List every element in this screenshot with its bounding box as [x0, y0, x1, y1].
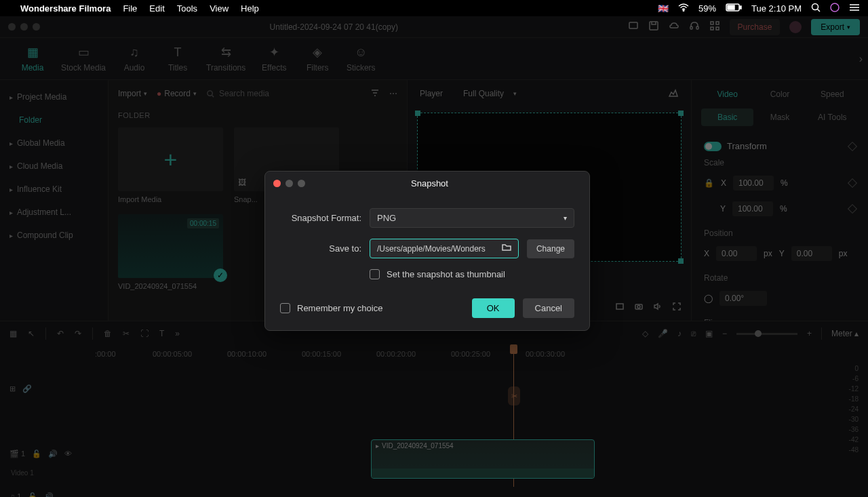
text-icon[interactable]: T — [159, 329, 164, 338]
undo-icon[interactable]: ↶ — [57, 329, 64, 338]
delete-icon[interactable]: 🗑 — [104, 329, 112, 338]
fullscreen-icon[interactable] — [672, 302, 682, 313]
rotate-knob[interactable]: ◯ — [704, 294, 713, 303]
change-button[interactable]: Change — [527, 239, 574, 258]
spotlight-icon[interactable] — [811, 3, 821, 14]
lock-track-icon[interactable]: 🔓 — [32, 450, 41, 458]
clock[interactable]: Tue 2:10 PM — [751, 3, 802, 14]
props-tab-speed[interactable]: Speed — [806, 87, 859, 102]
tab-stickers[interactable]: ☺Stickers — [346, 45, 376, 73]
menu-tools[interactable]: Tools — [177, 3, 197, 14]
sidebar-folder[interactable]: Folder — [0, 108, 108, 132]
tabs-scroll-right[interactable]: › — [859, 53, 863, 65]
menu-file[interactable]: File — [123, 3, 137, 14]
app-menu[interactable]: Wondershare Filmora — [20, 3, 111, 14]
video-track-icon[interactable]: 🎬 1 — [9, 450, 25, 458]
battery-icon[interactable] — [726, 3, 742, 14]
window-min[interactable] — [20, 23, 28, 31]
zoom-out-icon[interactable]: − — [722, 329, 727, 338]
snapshot-histogram-icon[interactable] — [668, 88, 679, 100]
eye-icon[interactable]: 👁 — [64, 450, 72, 458]
rotate-input[interactable] — [719, 291, 767, 306]
sidebar-cloud-media[interactable]: ▸Cloud Media — [0, 155, 108, 178]
aspect-icon[interactable] — [615, 302, 625, 313]
sidebar-adjustment[interactable]: ▸Adjustment L... — [0, 201, 108, 224]
link-icon[interactable]: 🔗 — [22, 384, 32, 393]
add-track-icon[interactable]: ⊞ — [9, 384, 16, 393]
sidebar-influence-kit[interactable]: ▸Influence Kit — [0, 178, 108, 201]
tl-grid-icon[interactable]: ▦ — [9, 329, 17, 338]
record-button[interactable]: ●Record ▾ — [157, 89, 197, 98]
ok-button[interactable]: OK — [472, 298, 515, 318]
mute-audio-icon[interactable]: 🔊 — [44, 492, 54, 498]
clip-card[interactable]: 00:00:15 ✓ VID_20240924_071554 — [118, 214, 223, 290]
menu-view[interactable]: View — [210, 3, 229, 14]
props-subtab-ai[interactable]: AI Tools — [806, 108, 859, 126]
volume-icon[interactable] — [653, 302, 663, 313]
flag-icon[interactable]: 🇬🇧 — [658, 3, 669, 14]
wifi-icon[interactable] — [678, 3, 689, 14]
tab-titles[interactable]: TTitles — [163, 45, 193, 73]
lock-audio-icon[interactable]: 🔓 — [28, 492, 37, 498]
folder-open-icon[interactable] — [502, 243, 511, 254]
scale-x-input[interactable] — [733, 176, 774, 191]
import-button[interactable]: Import ▾ — [118, 89, 147, 98]
import-media-card[interactable]: + Import Media — [118, 127, 223, 203]
filter-icon[interactable] — [370, 88, 380, 100]
tab-audio[interactable]: ♫Audio — [119, 45, 149, 73]
tl-cursor-icon[interactable]: ↖ — [28, 329, 35, 338]
keyframe-icon[interactable] — [848, 204, 857, 214]
thumbnail-checkbox[interactable] — [370, 269, 380, 279]
more-tl-icon[interactable]: » — [175, 329, 180, 338]
remember-checkbox[interactable] — [280, 303, 290, 313]
tab-effects[interactable]: ✦Effects — [259, 45, 289, 73]
menu-edit[interactable]: Edit — [149, 3, 164, 14]
sidebar-compound[interactable]: ▸Compound Clip — [0, 224, 108, 247]
tab-stock[interactable]: ▭Stock Media — [61, 45, 106, 73]
search-media[interactable] — [206, 89, 361, 98]
player-quality-select[interactable]: Full Quality▾ — [463, 89, 517, 98]
transform-toggle[interactable] — [704, 142, 722, 151]
keyframe-icon[interactable] — [848, 178, 857, 188]
more-icon[interactable]: ⋯ — [389, 89, 397, 98]
window-close[interactable] — [8, 23, 16, 31]
format-select[interactable]: PNG▾ — [370, 208, 574, 228]
menu-help[interactable]: Help — [241, 3, 259, 14]
window-max[interactable] — [33, 23, 40, 31]
pos-y-input[interactable] — [791, 246, 832, 261]
purchase-button[interactable]: Purchase — [730, 19, 781, 35]
timeline-clip[interactable]: ▸VID_20240924_071554 — [371, 439, 595, 479]
sidebar-global-media[interactable]: ▸Global Media — [0, 132, 108, 155]
pos-x-input[interactable] — [716, 246, 757, 261]
sidebar-project-media[interactable]: ▸Project Media — [0, 85, 108, 108]
marker-icon[interactable]: ◇ — [642, 329, 648, 338]
save-path-input[interactable]: /Users/apple/Movies/Wonders — [370, 239, 519, 258]
lock-icon[interactable]: 🔒 — [704, 178, 714, 188]
audio-icon[interactable]: ♪ — [677, 329, 682, 338]
render-icon[interactable]: ▣ — [705, 329, 713, 338]
tab-media[interactable]: ▦Media — [18, 45, 47, 73]
crop-icon[interactable]: ⛶ — [140, 329, 149, 338]
siri-icon[interactable] — [830, 3, 840, 14]
scale-y-input[interactable] — [732, 201, 773, 216]
props-subtab-mask[interactable]: Mask — [753, 108, 806, 126]
redo-icon[interactable]: ↷ — [75, 329, 81, 338]
props-tab-color[interactable]: Color — [753, 87, 806, 102]
zoom-slider[interactable] — [736, 333, 797, 335]
timeline-ruler[interactable]: :00:00 00:00:05:00 00:00:10:00 00:00:15:… — [0, 346, 868, 365]
apps-icon[interactable] — [709, 20, 720, 33]
meter-label[interactable]: Meter ▴ — [831, 329, 859, 338]
user-avatar[interactable] — [789, 21, 802, 33]
tab-transitions[interactable]: ⇆Transitions — [206, 45, 245, 73]
screen-icon[interactable] — [628, 20, 639, 33]
headphones-icon[interactable] — [689, 20, 700, 33]
camera-icon[interactable] — [634, 302, 644, 313]
tab-filters[interactable]: ◈Filters — [302, 45, 332, 73]
zoom-in-icon[interactable]: + — [807, 329, 812, 338]
control-center-icon[interactable] — [849, 3, 860, 14]
props-tab-video[interactable]: Video — [701, 87, 753, 102]
cut-icon[interactable]: ✂ — [123, 329, 130, 338]
keyframe-icon[interactable] — [848, 141, 857, 151]
mixer-icon[interactable]: ⎚ — [691, 329, 696, 338]
cancel-button[interactable]: Cancel — [523, 298, 574, 318]
